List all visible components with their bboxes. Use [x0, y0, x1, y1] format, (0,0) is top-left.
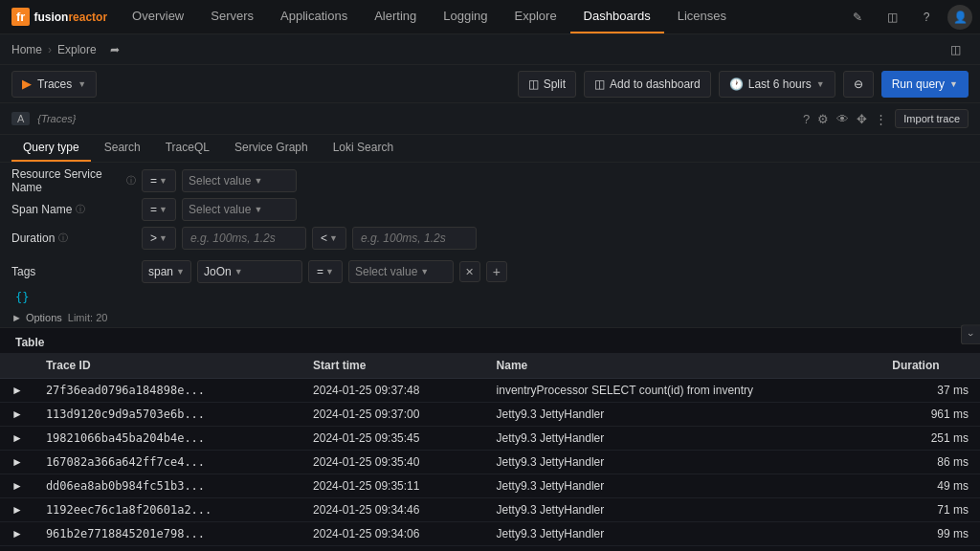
query-settings-icon[interactable]: ⚙ [817, 112, 829, 126]
query-id-label[interactable]: A [11, 112, 30, 125]
resource-val-chevron: ▼ [254, 176, 262, 186]
row-expand-icon[interactable]: ► [0, 498, 34, 522]
time-range-button[interactable]: 🕐 Last 6 hours ▼ [719, 71, 835, 98]
row-trace-id[interactable]: 167082a366a642ff7ce4... [34, 451, 301, 474]
tags-val-chevron: ▼ [420, 267, 429, 276]
duration-min-input[interactable] [182, 227, 306, 250]
run-query-button[interactable]: Run query ▼ [881, 71, 969, 98]
row-expand-icon[interactable]: ► [0, 522, 34, 546]
query-help-icon[interactable]: ? [803, 112, 810, 126]
traces-icon: ▶ [22, 77, 32, 91]
row-trace-id[interactable]: 12e9e0fdeeca07a008ba1... [34, 546, 301, 552]
row-name: Jetty9.3 JettyHandler [485, 451, 881, 474]
nav-item-alerting[interactable]: Alerting [361, 0, 430, 33]
tags-eq-chevron: ▼ [325, 267, 334, 276]
row-name: Jetty9.3 JettyHandler [485, 403, 881, 427]
resource-service-value-select[interactable]: Select value ▼ [182, 169, 297, 192]
breadcrumb-current[interactable]: Explore [57, 43, 97, 56]
dashboard-icon: ◫ [594, 77, 605, 91]
screen-icon-btn[interactable]: ◫ [942, 36, 969, 63]
row-trace-id[interactable]: 27f36ead0796a184898e... [34, 379, 301, 403]
logo-icon: fr [11, 8, 30, 26]
resource-service-name-label: Resource Service Name ⓘ [11, 167, 136, 194]
col-header-start-time[interactable]: Start time [301, 353, 485, 379]
add-dashboard-button[interactable]: ◫ Add to dashboard [584, 71, 711, 98]
span-val-chevron: ▼ [254, 205, 262, 214]
share-icon[interactable]: ➦ [110, 43, 120, 56]
row-duration: 86 ms [880, 451, 980, 474]
tab-loki-search[interactable]: Loki Search [322, 135, 405, 162]
row-trace-id[interactable]: 961b2e7718845201e798... [34, 522, 301, 546]
row-expand-icon[interactable]: ► [0, 427, 34, 451]
query-more-icon[interactable]: ⋮ [875, 112, 887, 126]
tags-clear-button[interactable]: ✕ [459, 261, 480, 282]
tags-add-button[interactable]: + [486, 261, 507, 282]
row-trace-id[interactable]: 113d9120c9d9a5703e6b... [34, 403, 301, 427]
main-toolbar: ▶ Traces ▼ ◫ Split ◫ Add to dashboard 🕐 … [0, 65, 980, 103]
datasource-selector[interactable]: ▶ Traces ▼ [11, 71, 97, 98]
col-header-name[interactable]: Name [485, 353, 881, 379]
nav-item-logging[interactable]: Logging [430, 0, 501, 33]
tags-tag-select[interactable]: JoOn ▼ [197, 260, 302, 283]
query-tabs: Query type Search TraceQL Service Graph … [0, 135, 980, 163]
side-panel-tab[interactable]: › [961, 324, 980, 344]
row-duration: 58 ms [880, 546, 980, 552]
col-header-expand [0, 353, 34, 379]
query-eye-icon[interactable]: 👁 [836, 112, 849, 126]
nav-right-icons: ✎ ◫ ? 👤 [844, 4, 980, 31]
zoom-out-icon: ⊖ [854, 77, 863, 91]
row-trace-id[interactable]: 19821066ba45ba204b4e... [34, 427, 301, 451]
row-expand-icon[interactable]: ► [0, 379, 34, 403]
zoom-out-button[interactable]: ⊖ [843, 71, 874, 98]
nav-item-explore[interactable]: Explore [501, 0, 570, 33]
time-range-label: Last 6 hours [748, 77, 812, 91]
nav-item-dashboards[interactable]: Dashboards [570, 0, 664, 33]
row-duration: 251 ms [880, 427, 980, 451]
tab-query-type[interactable]: Query type [11, 135, 91, 162]
keyboard-icon-btn[interactable]: ◫ [879, 4, 905, 31]
nav-item-licenses[interactable]: Licenses [664, 0, 740, 33]
tab-service-graph[interactable]: Service Graph [223, 135, 320, 162]
time-chevron: ▼ [816, 79, 825, 89]
tags-eq-operator-select[interactable]: = ▼ [308, 260, 343, 283]
resource-service-help-icon[interactable]: ⓘ [126, 174, 136, 187]
tab-traceql[interactable]: TraceQL [154, 135, 221, 162]
duration-operator2-select[interactable]: < ▼ [312, 227, 346, 250]
span-name-value-select[interactable]: Select value ▼ [182, 198, 297, 221]
span-op-chevron: ▼ [159, 205, 167, 214]
duration-help-icon[interactable]: ⓘ [58, 231, 68, 245]
duration-max-input[interactable] [352, 227, 477, 250]
row-expand-icon[interactable]: ► [0, 474, 34, 498]
row-expand-icon[interactable]: ► [0, 403, 34, 427]
tags-scope-select[interactable]: span ▼ [142, 260, 191, 283]
table-row: ► 27f36ead0796a184898e... 2024-01-25 09:… [0, 379, 980, 403]
options-toggle[interactable]: ► Options [11, 312, 62, 323]
tags-value-select[interactable]: Select value ▼ [348, 260, 454, 283]
help-icon-btn[interactable]: ? [913, 4, 940, 31]
table-header-label: Table [0, 328, 980, 353]
row-trace-id[interactable]: dd06ea8ab0b984fc51b3... [34, 474, 301, 498]
row-start-time: 2024-01-25 09:35:45 [301, 427, 485, 451]
resource-service-operator-select[interactable]: = ▼ [142, 169, 176, 192]
query-expand-icon[interactable]: ✥ [857, 112, 867, 126]
nav-item-applications[interactable]: Applications [267, 0, 361, 33]
import-trace-button[interactable]: Import trace [895, 109, 969, 128]
row-start-time: 2024-01-25 09:34:03 [301, 546, 485, 552]
col-header-duration[interactable]: Duration [880, 353, 980, 379]
col-header-trace-id[interactable]: Trace ID [34, 353, 301, 379]
tab-search[interactable]: Search [93, 135, 152, 162]
breadcrumb-home[interactable]: Home [11, 43, 42, 56]
row-trace-id[interactable]: 1192eec76c1a8f20601a2... [34, 498, 301, 522]
user-icon-btn[interactable]: 👤 [947, 5, 972, 30]
row-expand-icon[interactable]: ► [0, 546, 34, 552]
span-name-label: Span Name ⓘ [11, 203, 136, 216]
split-button[interactable]: ◫ Split [518, 71, 576, 98]
row-expand-icon[interactable]: ► [0, 451, 34, 474]
span-name-operator-select[interactable]: = ▼ [142, 198, 176, 221]
chat-icon-btn[interactable]: ✎ [844, 4, 871, 31]
nav-item-servers[interactable]: Servers [197, 0, 267, 33]
nav-item-overview[interactable]: Overview [119, 0, 197, 33]
row-duration: 37 ms [880, 379, 980, 403]
duration-operator-select[interactable]: > ▼ [142, 227, 176, 250]
span-name-help-icon[interactable]: ⓘ [76, 203, 85, 216]
